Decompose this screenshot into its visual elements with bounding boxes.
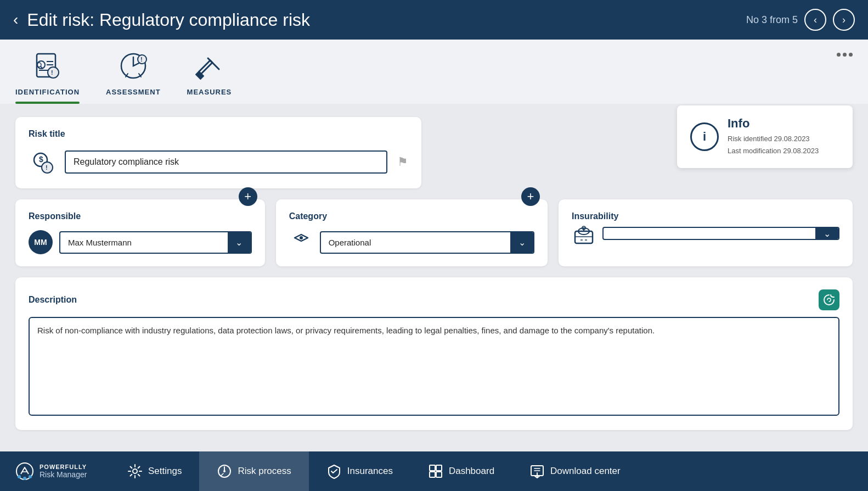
download-center-icon	[529, 464, 545, 479]
insurability-value	[604, 228, 815, 239]
header: ‹ Edit risk: Regulatory compliance risk …	[0, 0, 868, 40]
add-responsible-button[interactable]: +	[239, 187, 257, 206]
risk-icon: $ !	[29, 148, 57, 176]
back-button[interactable]: ‹	[13, 11, 18, 29]
page-title: Edit risk: Regulatory compliance risk	[27, 10, 746, 30]
svg-text:!: !	[51, 69, 53, 76]
insurability-icon	[572, 221, 596, 245]
dot1	[837, 53, 841, 57]
flag-icon: ⚑	[397, 155, 408, 169]
svg-rect-40	[436, 472, 442, 477]
page-counter: No 3 from 5	[746, 14, 798, 26]
nav-dashboard[interactable]: Dashboard	[410, 451, 512, 491]
avatar: MM	[29, 230, 53, 254]
category-field-row: Operational ⌄	[289, 230, 534, 254]
nav-risk-process[interactable]: Risk process	[199, 451, 308, 491]
info-icon: i	[690, 122, 719, 151]
settings-label: Settings	[148, 466, 182, 477]
insurability-card: Insurability ⌄	[559, 199, 853, 266]
category-card: Category + Operational ⌄	[276, 199, 548, 266]
info-label: Info	[728, 116, 819, 131]
svg-point-7	[48, 67, 59, 78]
prev-nav-button[interactable]: ‹	[804, 9, 826, 31]
responsible-card: Responsible + MM Max Mustermann ⌄	[15, 199, 265, 266]
svg-point-31	[23, 477, 26, 480]
brand: POWERFULLY Risk Manager	[0, 462, 110, 481]
fields-row: Responsible + MM Max Mustermann ⌄ Catego…	[15, 199, 853, 266]
info-card: i Info Risk identified 29.08.2023 Last m…	[677, 105, 853, 168]
dashboard-label: Dashboard	[449, 466, 494, 477]
svg-line-15	[210, 60, 212, 63]
info-identified: Risk identified 29.08.2023	[728, 133, 819, 145]
insurability-dropdown-arrow[interactable]: ⌄	[815, 228, 838, 239]
svg-point-33	[133, 469, 137, 473]
insurability-label: Insurability	[572, 211, 618, 221]
svg-text:$: $	[39, 155, 43, 164]
step-tabs: ! IDENTIFICATION ! ASSESSMENT	[15, 48, 232, 104]
svg-rect-37	[430, 465, 435, 471]
svg-point-21	[300, 236, 303, 239]
risk-title-inner: $ ! ⚑	[29, 148, 408, 176]
nav-settings[interactable]: Settings	[110, 451, 199, 491]
responsible-value: Max Mustermann	[60, 232, 228, 253]
svg-rect-39	[430, 472, 435, 477]
dot3	[849, 53, 853, 57]
brand-text: POWERFULLY Risk Manager	[40, 464, 87, 479]
description-card: Description	[15, 277, 853, 430]
dot2	[843, 53, 847, 57]
responsible-dropdown-arrow[interactable]: ⌄	[228, 232, 251, 253]
risk-title-card: Risk title $ ! ⚑	[15, 117, 421, 188]
svg-point-32	[29, 475, 32, 478]
brand-name: POWERFULLY	[40, 464, 87, 470]
tab-assessment[interactable]: ! ASSESSMENT	[106, 48, 161, 104]
tab-identification[interactable]: ! IDENTIFICATION	[15, 48, 80, 104]
risk-title-input[interactable]	[65, 150, 387, 174]
tab-assessment-label: ASSESSMENT	[106, 88, 161, 96]
assessment-icon: !	[116, 48, 151, 83]
insurances-icon	[326, 464, 342, 479]
tab-measures[interactable]: MEASURES	[187, 48, 232, 104]
tab-active-indicator	[15, 102, 80, 104]
risk-title-label: Risk title	[29, 129, 408, 139]
category-dropdown-arrow[interactable]: ⌄	[510, 232, 533, 253]
next-nav-button[interactable]: ›	[833, 9, 855, 31]
tab-measures-label: MEASURES	[187, 88, 232, 96]
risk-process-label: Risk process	[238, 466, 291, 477]
svg-point-30	[18, 475, 21, 478]
info-modified: Last modification 29.08.2023	[728, 145, 819, 157]
description-label: Description	[29, 295, 77, 305]
insurances-label: Insurances	[347, 466, 393, 477]
insurability-select[interactable]: ⌄	[602, 227, 839, 240]
svg-text:!: !	[140, 56, 143, 63]
description-header: Description	[29, 289, 839, 310]
step-tabs-area: ! IDENTIFICATION ! ASSESSMENT	[0, 40, 868, 104]
header-nav: No 3 from 5 ‹ ›	[746, 9, 855, 31]
download-center-label: Download center	[550, 466, 621, 477]
measures-icon	[191, 48, 227, 83]
responsible-field-row: MM Max Mustermann ⌄	[29, 230, 252, 254]
responsible-select[interactable]: Max Mustermann ⌄	[59, 231, 252, 254]
category-icon	[289, 230, 313, 254]
ai-button[interactable]	[819, 289, 839, 310]
more-options[interactable]	[837, 48, 853, 57]
insurability-field-row: ⌄	[572, 221, 839, 245]
brand-icon	[15, 462, 34, 481]
bottom-nav: POWERFULLY Risk Manager Settings Risk pr…	[0, 451, 868, 491]
nav-download-center[interactable]: Download center	[512, 451, 638, 491]
settings-icon	[127, 464, 143, 479]
category-select[interactable]: Operational ⌄	[320, 231, 534, 254]
svg-point-36	[223, 470, 226, 472]
dashboard-icon	[428, 464, 443, 479]
category-label: Category	[289, 211, 327, 221]
description-textarea[interactable]	[29, 317, 839, 416]
add-category-button[interactable]: +	[521, 187, 540, 206]
info-content: Info Risk identified 29.08.2023 Last mod…	[728, 116, 819, 157]
tab-identification-label: IDENTIFICATION	[15, 88, 80, 96]
category-value: Operational	[321, 232, 510, 253]
risk-process-icon	[217, 464, 232, 479]
responsible-label: Responsible	[29, 211, 81, 221]
brand-sub: Risk Manager	[40, 470, 87, 479]
identification-icon: !	[30, 48, 65, 83]
nav-insurances[interactable]: Insurances	[309, 451, 410, 491]
svg-text:!: !	[46, 164, 48, 171]
